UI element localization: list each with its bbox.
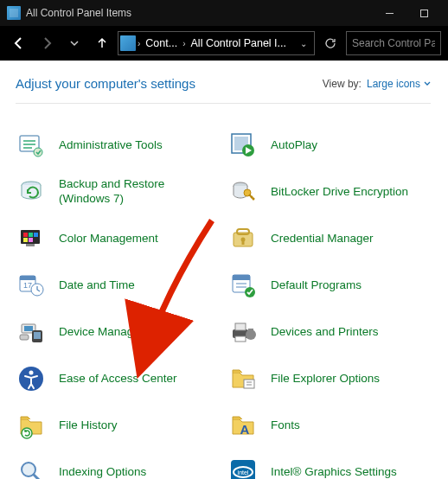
item-label: Date and Time: [59, 278, 135, 293]
content-area: Adjust your computer's settings View by:…: [0, 61, 448, 479]
item-label: Backup and Restore (Windows 7): [59, 177, 219, 207]
chevron-right-icon[interactable]: ›: [182, 39, 185, 48]
maximize-button[interactable]: [406, 0, 441, 26]
svg-rect-21: [20, 276, 35, 280]
item-label: AutoPlay: [271, 138, 317, 153]
svg-rect-25: [233, 275, 250, 280]
divider: [16, 103, 431, 104]
content-header: Adjust your computer's settings View by:…: [16, 76, 431, 91]
item-ease-of-access[interactable]: Ease of Access Center: [16, 363, 219, 394]
item-label: Color Management: [59, 232, 158, 246]
file-history-icon: [16, 410, 47, 441]
backup-restore-icon: [16, 176, 47, 208]
svg-rect-39: [244, 380, 254, 388]
devices-printers-icon: [227, 316, 259, 348]
item-administrative-tools[interactable]: Administrative Tools: [16, 130, 219, 161]
item-label: Administrative Tools: [59, 138, 163, 153]
item-credential-manager[interactable]: Credential Manager: [227, 223, 431, 254]
svg-text:A: A: [240, 422, 250, 437]
credential-manager-icon: [227, 223, 259, 254]
breadcrumb-item[interactable]: All Control Panel I...: [188, 37, 290, 49]
svg-rect-1: [420, 10, 427, 16]
item-label: BitLocker Drive Encryption: [271, 185, 408, 200]
device-manager-icon: [16, 316, 47, 348]
svg-rect-10: [23, 233, 28, 237]
svg-text:intel: intel: [238, 469, 249, 476]
page-title: Adjust your computer's settings: [16, 76, 195, 91]
forward-button[interactable]: [35, 31, 59, 55]
svg-rect-36: [248, 329, 253, 332]
item-label: Intel® Graphics Settings: [271, 465, 397, 479]
item-default-programs[interactable]: Default Programs: [227, 270, 431, 301]
breadcrumb-item[interactable]: Cont...: [142, 37, 181, 49]
file-explorer-options-icon: [227, 363, 259, 394]
svg-rect-33: [235, 323, 246, 330]
fonts-icon: A: [227, 410, 259, 441]
search-box[interactable]: [346, 31, 441, 55]
svg-rect-11: [29, 233, 33, 237]
item-label: Default Programs: [271, 278, 362, 293]
svg-rect-31: [20, 335, 29, 340]
color-management-icon: [16, 223, 47, 254]
item-indexing-options[interactable]: Indexing Options: [16, 457, 219, 479]
item-color-management[interactable]: Color Management: [16, 223, 219, 254]
item-label: Devices and Printers: [271, 325, 379, 340]
item-file-explorer-options[interactable]: File Explorer Options: [227, 363, 431, 394]
up-button[interactable]: [90, 31, 114, 55]
item-label: File Explorer Options: [271, 372, 380, 386]
bitlocker-icon: [227, 176, 259, 208]
ease-of-access-icon: [16, 363, 47, 394]
control-panel-icon: [120, 35, 136, 51]
chevron-down-icon: [424, 80, 431, 87]
autoplay-icon: [227, 130, 259, 161]
item-label: Device Manager: [59, 325, 144, 340]
recent-locations-button[interactable]: [62, 31, 86, 55]
window-title: All Control Panel Items: [26, 7, 131, 19]
back-button[interactable]: [7, 31, 31, 55]
svg-point-3: [34, 148, 42, 156]
administrative-tools-icon: [16, 130, 47, 161]
control-panel-icon: [7, 6, 21, 20]
minimize-button[interactable]: [372, 0, 406, 26]
item-label: File History: [59, 418, 118, 433]
date-time-icon: 17: [16, 270, 47, 301]
item-autoplay[interactable]: AutoPlay: [227, 130, 431, 161]
item-label: Indexing Options: [59, 465, 146, 479]
navbar: › Cont... › All Control Panel I... ⌄: [0, 26, 448, 61]
view-by-dropdown[interactable]: Large icons: [367, 78, 431, 90]
items-grid: Administrative Tools AutoPlay Backup and…: [16, 130, 431, 479]
svg-rect-30: [34, 332, 41, 339]
view-by-label: View by:: [323, 78, 362, 90]
svg-rect-19: [242, 240, 245, 245]
item-backup-restore[interactable]: Backup and Restore (Windows 7): [16, 176, 219, 208]
svg-rect-17: [237, 229, 249, 234]
address-bar[interactable]: › Cont... › All Control Panel I... ⌄: [118, 31, 315, 55]
item-bitlocker[interactable]: BitLocker Drive Encryption: [227, 176, 431, 208]
item-label: Credential Manager: [271, 232, 374, 246]
address-dropdown-button[interactable]: ⌄: [295, 39, 312, 48]
svg-rect-34: [235, 336, 246, 342]
intel-graphics-icon: intel: [227, 457, 259, 479]
svg-rect-14: [29, 238, 33, 242]
view-by-value: Large icons: [367, 78, 420, 90]
refresh-button[interactable]: [318, 31, 342, 55]
svg-rect-28: [24, 326, 33, 331]
item-label: Ease of Access Center: [59, 372, 177, 386]
search-input[interactable]: [352, 37, 435, 49]
svg-rect-12: [34, 233, 38, 237]
titlebar: All Control Panel Items: [0, 0, 448, 26]
item-fonts[interactable]: A Fonts: [227, 410, 431, 441]
item-date-and-time[interactable]: 17 Date and Time: [16, 270, 219, 301]
svg-rect-13: [23, 238, 28, 242]
svg-text:17: 17: [23, 281, 32, 290]
item-intel-graphics[interactable]: intel Intel® Graphics Settings: [227, 457, 431, 479]
svg-point-38: [29, 371, 34, 375]
item-device-manager[interactable]: Device Manager: [16, 316, 219, 348]
item-devices-printers[interactable]: Devices and Printers: [227, 316, 431, 348]
item-file-history[interactable]: File History: [16, 410, 219, 441]
svg-point-40: [22, 428, 32, 438]
chevron-right-icon[interactable]: ›: [138, 39, 140, 48]
indexing-options-icon: [16, 457, 47, 479]
svg-rect-15: [26, 244, 35, 246]
item-label: Fonts: [271, 418, 300, 433]
